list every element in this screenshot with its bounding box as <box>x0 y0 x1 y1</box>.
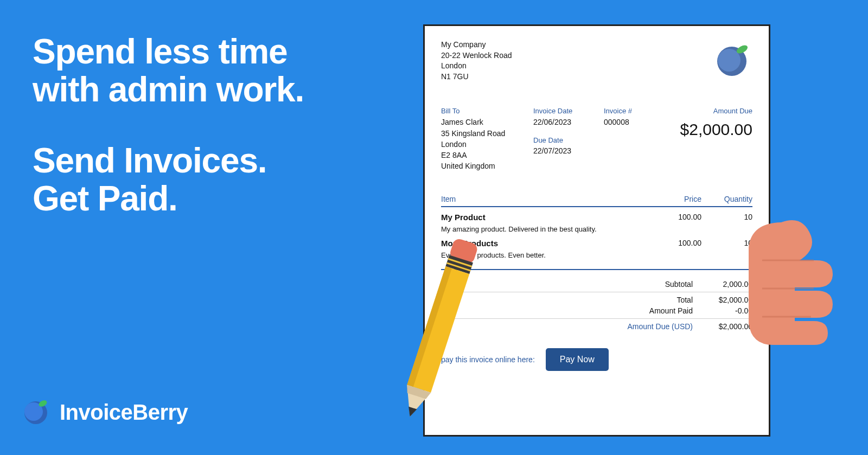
hero-text-4: Get Paid. <box>33 179 177 218</box>
col-quantity: Quantity <box>704 195 752 203</box>
company-city: London <box>441 61 512 72</box>
col-price: Price <box>653 195 701 203</box>
total-label: Total <box>617 296 693 304</box>
hand-illustration-icon <box>716 217 835 349</box>
bill-to-label: Bill To <box>441 106 533 117</box>
bill-to-postcode: E2 8AA <box>441 150 533 161</box>
hero-text-3: Send Invoices. <box>33 141 266 180</box>
due-date-value: 22/07/2023 <box>533 145 604 156</box>
pay-now-button[interactable]: Pay Now <box>546 348 609 371</box>
company-addr1: 20-22 Wenlock Road <box>441 50 512 61</box>
bill-to-country: United Kingdom <box>441 161 533 171</box>
invoice-date-value: 22/06/2023 <box>533 117 604 127</box>
hero-line-2: Send Invoices. Get Paid. <box>33 142 380 218</box>
invoice-number-label: Invoice # <box>604 106 669 117</box>
invoice-header: My Company 20-22 Wenlock Road London N1 … <box>441 40 752 82</box>
brand-logo-icon <box>22 396 51 428</box>
company-postcode: N1 7GU <box>441 72 512 82</box>
invoice-number-value: 000008 <box>604 117 669 127</box>
amount-due-currency-label: Amount Due (USD) <box>617 322 693 331</box>
hero-text-2: with admin work. <box>33 70 304 109</box>
pencil-illustration-icon <box>380 236 488 444</box>
amount-due-label: Amount Due <box>669 106 752 117</box>
bill-to-block: Bill To James Clark 35 Kingsland Road Lo… <box>441 106 533 171</box>
due-date-label: Due Date <box>533 136 604 146</box>
bill-to-addr1: 35 Kingsland Road <box>441 128 533 139</box>
amount-paid-label: Amount Paid <box>617 306 693 315</box>
bill-to-name: James Clark <box>441 117 533 127</box>
invoice-meta: Bill To James Clark 35 Kingsland Road Lo… <box>441 106 752 171</box>
company-name: My Company <box>441 40 512 50</box>
dates-block: Invoice Date 22/06/2023 Due Date 22/07/2… <box>533 106 604 171</box>
bill-to-city: London <box>441 139 533 150</box>
item-name: My Product <box>441 213 650 222</box>
item-desc: My amazing product. Delivered in the bes… <box>441 225 752 233</box>
invoice-number-block: Invoice # 000008 <box>604 106 669 171</box>
brand-name: InvoiceBerry <box>60 400 188 425</box>
col-item: Item <box>441 195 650 203</box>
invoice-logo-icon <box>713 40 752 80</box>
subtotal-label: Subtotal <box>617 280 693 289</box>
item-price: 100.00 <box>653 213 701 222</box>
line-items-header: Item Price Quantity <box>441 195 752 207</box>
amount-due-block: Amount Due $2,000.00 <box>669 106 752 171</box>
line-item: My Product 100.00 10 My amazing product.… <box>441 207 752 233</box>
invoice-date-label: Invoice Date <box>533 106 604 117</box>
hero-headline: Spend less time with admin work. Send In… <box>33 33 380 218</box>
item-price: 100.00 <box>653 239 701 248</box>
hero-line-1: Spend less time with admin work. <box>33 33 380 109</box>
amount-due-value: $2,000.00 <box>669 118 752 142</box>
company-address: My Company 20-22 Wenlock Road London N1 … <box>441 40 512 82</box>
brand-footer: InvoiceBerry <box>22 396 188 428</box>
hero-text-1: Spend less time <box>33 32 287 71</box>
